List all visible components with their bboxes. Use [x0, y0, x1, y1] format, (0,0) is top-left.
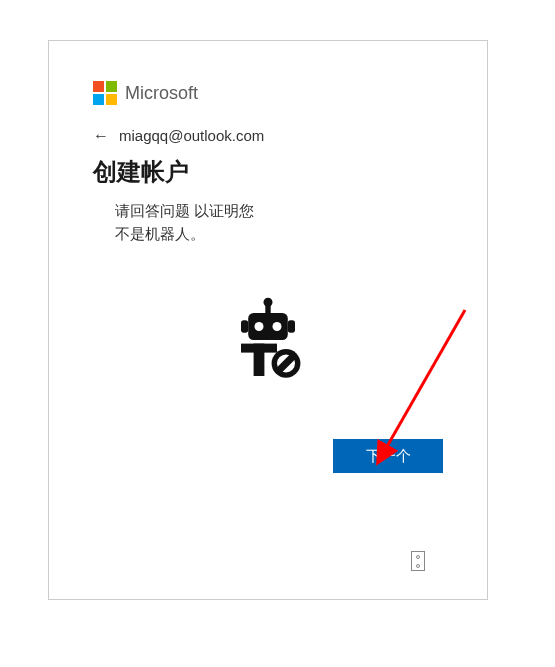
signup-card: Microsoft ← miagqq@outlook.com 创建帐户 请回答问…: [48, 40, 488, 600]
svg-rect-3: [241, 320, 248, 333]
robot-illustration-wrap: [93, 295, 443, 389]
svg-rect-6: [241, 344, 277, 353]
svg-point-7: [255, 322, 264, 331]
back-identity-button[interactable]: ← miagqq@outlook.com: [93, 127, 443, 144]
captcha-instruction: 请回答问题 以证明您 不是机器人。: [115, 200, 443, 245]
instruction-line-1: 请回答问题 以证明您: [115, 202, 254, 219]
next-button[interactable]: 下一个: [333, 439, 443, 473]
svg-rect-1: [265, 304, 270, 313]
page-title: 创建帐户: [93, 156, 443, 188]
microsoft-logo-icon: [93, 81, 117, 105]
instruction-line-2: 不是机器人。: [115, 225, 205, 242]
svg-rect-4: [288, 320, 295, 333]
action-row: 下一个: [93, 439, 443, 473]
svg-rect-2: [248, 313, 288, 340]
brand-logo-row: Microsoft: [93, 81, 443, 105]
svg-point-8: [273, 322, 282, 331]
back-arrow-icon: ←: [93, 128, 109, 144]
no-robot-icon: [223, 295, 313, 389]
identity-email: miagqq@outlook.com: [119, 127, 264, 144]
brand-name: Microsoft: [125, 83, 198, 104]
accessibility-icon[interactable]: [411, 551, 425, 571]
